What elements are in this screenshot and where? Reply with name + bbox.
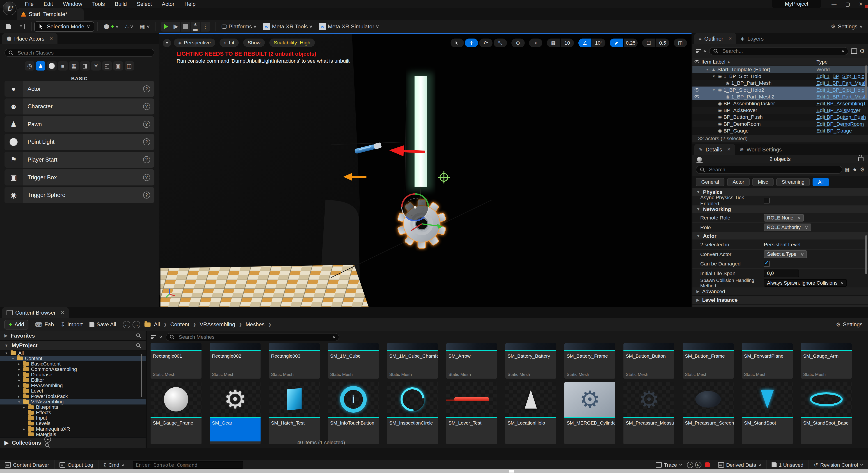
folder-tree-item[interactable]: ▸ PowerToolsPack (0, 394, 146, 399)
add-collection-icon[interactable]: + (44, 436, 51, 443)
expand-arrow-icon[interactable]: ▸ (17, 378, 21, 382)
maximize-button[interactable]: ▢ (845, 1, 850, 7)
folder-tree-item[interactable]: ▸ MannequinsXR (0, 427, 146, 432)
minimize-button[interactable]: — (832, 1, 836, 7)
alert-icon[interactable] (705, 463, 710, 467)
placeable-actor-item[interactable]: ☻ Character ? (4, 98, 155, 115)
outliner-row[interactable]: ▾ ▲ Start_Template (Editor) World (692, 66, 868, 73)
close-icon[interactable]: ✕ (728, 36, 732, 41)
tab-details[interactable]: ✎ Details ✕ (694, 144, 735, 155)
breadcrumb-item[interactable]: All (154, 321, 160, 328)
revision-control-dropdown[interactable]: ↺ Revision Control∨ (809, 461, 868, 469)
content-drawer-button[interactable]: Content Drawer (0, 461, 55, 469)
help-icon[interactable]: ? (143, 138, 150, 145)
folder-tree-item[interactable]: ▾ VRAssembling (0, 399, 146, 405)
column-item-label[interactable]: Item Label▲ (702, 59, 814, 65)
grid-snap-value[interactable]: 10 (561, 38, 574, 47)
expand-arrow-icon[interactable]: ▸ (17, 367, 21, 371)
actor-type-link[interactable]: Edit 1_BP_Part_Mesh (814, 80, 868, 87)
can-be-damaged-checkbox[interactable] (764, 261, 770, 267)
category-icon[interactable]: ◨ (80, 61, 90, 71)
asset-tile[interactable]: SM_1M_Cube_Chamfer Static Mesh (387, 343, 438, 379)
category-icon[interactable]: ◫ (125, 61, 134, 71)
add-button[interactable]: + Add (4, 320, 29, 329)
visibility-column-icon[interactable] (692, 59, 701, 64)
column-type[interactable]: Type (814, 58, 868, 66)
convert-actor-dropdown[interactable]: Select a Type∨ (764, 250, 807, 258)
placeable-actor-item[interactable]: ● Actor ? (4, 81, 155, 97)
scalability-badge[interactable]: Scalability: High (269, 38, 315, 47)
expand-arrow-icon[interactable]: ▾ (4, 351, 8, 355)
spawn-collision-dropdown[interactable]: Always Spawn, Ignore Collisions∨ (764, 279, 847, 287)
display-mode-icon[interactable]: ▦ (845, 166, 850, 172)
search-icon[interactable] (44, 443, 50, 448)
help-icon[interactable]: ? (143, 121, 150, 128)
surface-snap-button[interactable]: ⌖ (529, 38, 542, 47)
platforms-dropdown[interactable]: 🖵 Platforms∨ (222, 24, 256, 30)
help-icon[interactable]: ? (143, 103, 150, 110)
details-settings-icon[interactable]: ⚙ (860, 166, 865, 173)
folder-tree-item[interactable]: ▾ All (0, 350, 146, 356)
search-icon[interactable] (136, 333, 141, 339)
folder-tree-item[interactable]: Materials (0, 432, 146, 437)
role-dropdown[interactable]: ROLE Authority∨ (764, 224, 811, 231)
asset-tile[interactable]: SM_Preassure_Measure (623, 382, 674, 445)
expand-arrow-icon[interactable]: ▾ (711, 88, 716, 92)
close-button[interactable]: × (859, 1, 863, 8)
back-button[interactable]: ← (123, 321, 130, 328)
folder-tree-item[interactable]: ▾ Content (0, 356, 146, 361)
category-icon[interactable]: ♟ (36, 61, 45, 71)
rotation-snap-value[interactable]: 10° (592, 38, 606, 47)
expand-arrow-icon[interactable]: ▾ (711, 74, 716, 78)
asset-tile[interactable]: SM_StandSpot_Base (801, 382, 852, 445)
lock-icon[interactable] (858, 157, 864, 161)
tab-content-browser[interactable]: Content Browser ✕ (2, 307, 69, 318)
favorites-section[interactable]: ▶Favorites (0, 331, 146, 341)
rotate-tool-button[interactable]: ⟳ (479, 38, 493, 47)
placeable-actor-item[interactable]: ◉ Trigger Sphere ? (4, 187, 155, 203)
asset-tile[interactable]: SM_Gauge_Arm Static Mesh (801, 343, 852, 379)
outliner-row[interactable]: ◉ BP_Button_Push Edit BP_Button_Push (692, 114, 868, 121)
help-icon[interactable]: ? (143, 156, 150, 163)
folder-tree-item[interactable]: ▸ CommonAssembling (0, 367, 146, 372)
breadcrumb-item[interactable]: VRAssembling (200, 321, 235, 328)
unsaved-button[interactable]: 1 Unsaved (767, 461, 809, 469)
asset-tile[interactable]: SM_Gear (210, 382, 260, 445)
actor-type-link[interactable]: World (814, 66, 868, 73)
expand-arrow-icon[interactable]: ▸ (22, 427, 26, 431)
expand-arrow-icon[interactable]: ▸ (17, 373, 21, 377)
import-button[interactable]: ↧ Import (61, 321, 83, 328)
menu-item[interactable]: File (20, 0, 38, 8)
section-actor[interactable]: ▼Actor (692, 232, 868, 240)
menu-item[interactable]: Edit (38, 0, 58, 8)
insights-icon[interactable]: ◔ (687, 462, 693, 468)
play-button[interactable] (161, 22, 171, 32)
asset-tile[interactable]: SM_InspectionCircle (387, 382, 438, 445)
category-icon[interactable]: ☀ (91, 61, 101, 71)
section-networking[interactable]: ▼Networking (692, 206, 868, 213)
filter-chip[interactable]: Actor (727, 178, 750, 186)
asset-tile[interactable]: SM_Battery_Frame Static Mesh (564, 343, 615, 379)
collections-section[interactable]: ▶Collections + (0, 437, 146, 448)
scale-tool-button[interactable]: ⤡ (494, 38, 507, 47)
remote-role-dropdown[interactable]: ROLE None∨ (764, 214, 804, 222)
visibility-eye-icon[interactable] (694, 94, 700, 99)
maximize-viewport-button[interactable]: ◫ (674, 38, 687, 47)
close-icon[interactable]: ✕ (49, 36, 53, 41)
asset-tile[interactable]: SM_Gauge_Frame (151, 382, 202, 445)
actor-type-link[interactable]: Edit 1_BP_Part_Mesh (814, 93, 868, 100)
category-icon[interactable]: ■ (58, 61, 68, 71)
pin-outliner-icon[interactable] (851, 49, 857, 54)
actor-type-link[interactable]: Edit BP_Button_Push (814, 114, 868, 121)
scale-snap-button[interactable]: ⬈ (610, 38, 623, 47)
grid-snap-button[interactable]: ▦ (547, 38, 560, 47)
settings-dropdown[interactable]: ⚙ Settings∨ (831, 23, 868, 30)
asset-tile[interactable]: SM_Arrow Static Mesh (446, 343, 497, 379)
filter-chevron-icon[interactable]: ∨ (159, 335, 163, 339)
outliner-settings-icon[interactable]: ⚙ (860, 48, 865, 54)
menu-item[interactable]: Window (58, 0, 87, 8)
outliner-row[interactable]: ▾ ◉ 1_BP_Slot_Holo Edit 1_BP_Slot_Holo (692, 73, 868, 80)
asset-tile[interactable]: SM_LocationHolo (505, 382, 556, 445)
tab-world-settings[interactable]: ⊕ World Settings (735, 144, 786, 155)
play-options-button[interactable]: ⋮ (200, 22, 210, 32)
